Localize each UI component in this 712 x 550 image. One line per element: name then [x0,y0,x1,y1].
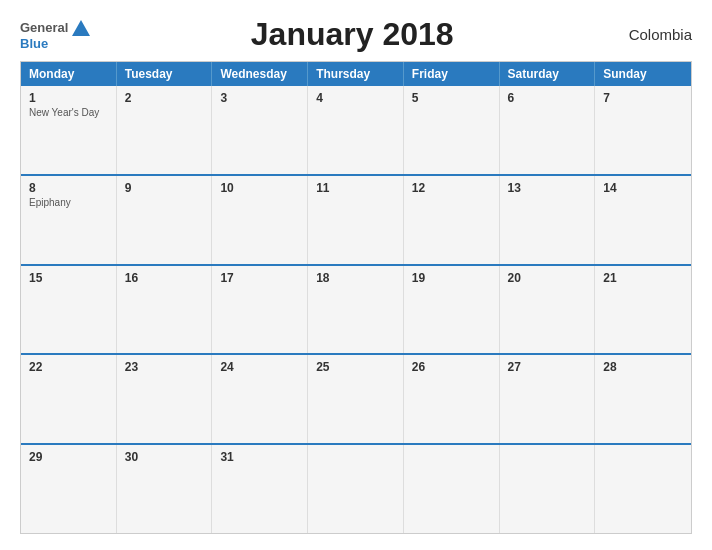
calendar-cell: 16 [117,266,213,354]
calendar-cell: 1New Year's Day [21,86,117,174]
cell-number: 21 [603,271,683,285]
week-2: 8Epiphany91011121314 [21,174,691,264]
cell-event: New Year's Day [29,107,108,118]
calendar-cell: 14 [595,176,691,264]
calendar-cell: 29 [21,445,117,533]
calendar-title: January 2018 [92,16,612,53]
calendar-cell: 2 [117,86,213,174]
calendar-cell [404,445,500,533]
cell-number: 30 [125,450,204,464]
cell-number: 18 [316,271,395,285]
calendar-cell: 23 [117,355,213,443]
calendar-page: General Blue January 2018 Colombia Monda… [0,0,712,550]
day-tuesday: Tuesday [117,62,213,86]
cell-number: 23 [125,360,204,374]
calendar-cell: 21 [595,266,691,354]
calendar-cell: 10 [212,176,308,264]
cell-number: 13 [508,181,587,195]
calendar-cell: 27 [500,355,596,443]
day-monday: Monday [21,62,117,86]
calendar-cell: 6 [500,86,596,174]
cell-number: 7 [603,91,683,105]
day-saturday: Saturday [500,62,596,86]
logo: General Blue [20,17,92,51]
calendar-cell: 12 [404,176,500,264]
days-header: Monday Tuesday Wednesday Thursday Friday… [21,62,691,86]
cell-number: 16 [125,271,204,285]
cell-number: 2 [125,91,204,105]
calendar-cell: 7 [595,86,691,174]
cell-number: 29 [29,450,108,464]
calendar-cell: 28 [595,355,691,443]
calendar-cell: 30 [117,445,213,533]
calendar-cell: 26 [404,355,500,443]
logo-triangle-icon [70,17,92,39]
cell-number: 31 [220,450,299,464]
cell-number: 26 [412,360,491,374]
calendar-cell: 17 [212,266,308,354]
calendar-cell: 25 [308,355,404,443]
cell-number: 4 [316,91,395,105]
cell-number: 10 [220,181,299,195]
cell-number: 20 [508,271,587,285]
header: General Blue January 2018 Colombia [20,16,692,53]
logo-general: General [20,21,68,35]
calendar-cell: 8Epiphany [21,176,117,264]
calendar-cell: 19 [404,266,500,354]
cell-number: 5 [412,91,491,105]
calendar-cell [500,445,596,533]
cell-number: 24 [220,360,299,374]
day-friday: Friday [404,62,500,86]
cell-number: 25 [316,360,395,374]
calendar-cell: 31 [212,445,308,533]
cell-number: 17 [220,271,299,285]
cell-number: 9 [125,181,204,195]
day-thursday: Thursday [308,62,404,86]
calendar-cell: 24 [212,355,308,443]
week-5: 293031 [21,443,691,533]
calendar-cell: 22 [21,355,117,443]
day-wednesday: Wednesday [212,62,308,86]
calendar-cell: 13 [500,176,596,264]
cell-number: 22 [29,360,108,374]
cell-number: 19 [412,271,491,285]
week-3: 15161718192021 [21,264,691,354]
calendar-cell: 20 [500,266,596,354]
cell-number: 15 [29,271,108,285]
calendar-cell: 9 [117,176,213,264]
cell-event: Epiphany [29,197,108,208]
cell-number: 6 [508,91,587,105]
calendar-cell: 5 [404,86,500,174]
cell-number: 3 [220,91,299,105]
day-sunday: Sunday [595,62,691,86]
calendar-grid: Monday Tuesday Wednesday Thursday Friday… [20,61,692,534]
calendar-cell: 4 [308,86,404,174]
week-4: 22232425262728 [21,353,691,443]
calendar-cell [308,445,404,533]
cell-number: 8 [29,181,108,195]
cell-number: 14 [603,181,683,195]
week-1: 1New Year's Day234567 [21,86,691,174]
svg-marker-0 [72,20,90,36]
logo-blue: Blue [20,37,48,51]
calendar-cell: 11 [308,176,404,264]
calendar-cell [595,445,691,533]
country-label: Colombia [612,26,692,43]
calendar-cell: 15 [21,266,117,354]
cell-number: 12 [412,181,491,195]
calendar-cell: 18 [308,266,404,354]
weeks-container: 1New Year's Day2345678Epiphany9101112131… [21,86,691,533]
cell-number: 11 [316,181,395,195]
calendar-cell: 3 [212,86,308,174]
cell-number: 28 [603,360,683,374]
cell-number: 1 [29,91,108,105]
cell-number: 27 [508,360,587,374]
